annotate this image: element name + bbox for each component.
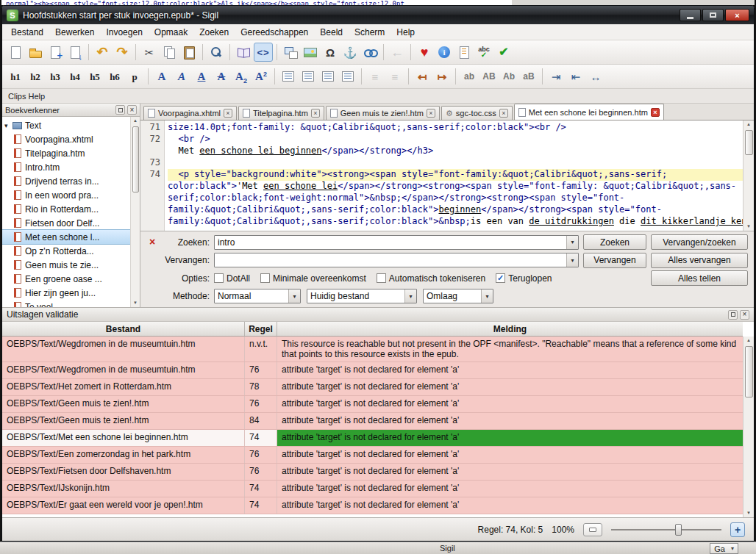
- replace-find-button[interactable]: Vervangen/zoeken: [651, 234, 748, 250]
- tab-titelpagina-htm[interactable]: Titelpagina.htm×: [238, 106, 324, 120]
- tree-item-rio-in-rotterdam[interactable]: Rio in Rotterdam...: [2, 202, 140, 216]
- menu-gereedschappen[interactable]: Gereedschappen: [235, 25, 314, 40]
- strikethrough-button[interactable]: A: [212, 67, 231, 86]
- close-panel-button[interactable]: ×: [127, 105, 137, 115]
- menu-scherm[interactable]: Scherm: [349, 25, 391, 40]
- option-minimale-overeenkomst[interactable]: Minimale overeenkomst: [260, 273, 366, 284]
- checkbox[interactable]: ✓: [496, 273, 505, 283]
- sidebar-scrollbar[interactable]: ▲ ▼: [130, 117, 140, 307]
- heading-1-button[interactable]: h1: [6, 67, 25, 86]
- close-tab-icon[interactable]: ×: [311, 109, 320, 118]
- copy-button[interactable]: [160, 43, 179, 62]
- heading-4-button[interactable]: h4: [65, 67, 85, 86]
- reports-button[interactable]: [454, 43, 474, 62]
- close-tab-icon[interactable]: ×: [499, 109, 508, 118]
- validation-row[interactable]: OEBPS/Text/Wegdromen in de museumtuin.ht…: [2, 362, 743, 379]
- superscript-button[interactable]: A2: [252, 67, 271, 86]
- tree-folder-text[interactable]: ▾Text: [2, 118, 140, 132]
- scroll-down-icon[interactable]: ▼: [746, 223, 751, 231]
- chevron-down-icon[interactable]: ▾: [566, 236, 578, 249]
- checkbox[interactable]: [214, 273, 224, 283]
- mode-select-huidig-bestand[interactable]: Huidig bestand▾: [307, 289, 417, 303]
- close-tab-icon[interactable]: ×: [651, 108, 660, 117]
- checkbox[interactable]: [377, 273, 386, 283]
- replace-all-button[interactable]: Alles vervangen: [651, 253, 748, 268]
- underline-button[interactable]: A: [192, 67, 211, 86]
- heading-3-button[interactable]: h3: [46, 67, 65, 86]
- scroll-up-icon[interactable]: ▲: [746, 120, 751, 129]
- save-button[interactable]: ↓: [65, 43, 85, 62]
- maximize-button[interactable]: [702, 9, 724, 21]
- wellformed-check-button[interactable]: ✔: [494, 43, 513, 62]
- chevron-down-icon[interactable]: ▾: [566, 253, 578, 267]
- tree-item-hier-zijn-geen-ju[interactable]: Hier zijn geen ju...: [2, 286, 140, 300]
- special-character-button[interactable]: Ω: [321, 43, 340, 62]
- scrollbar-thumb[interactable]: [745, 130, 753, 155]
- tab-met-een-schone-lei-beginnen-htm[interactable]: Met een schone lei beginnen.htm×: [514, 104, 664, 120]
- paste-button[interactable]: [179, 43, 199, 62]
- title-bar[interactable]: S Hoofdstukken start per stuk invoegen.e…: [2, 6, 754, 24]
- align-justify-button[interactable]: [338, 67, 357, 86]
- validation-row[interactable]: OEBPS/Text/Geen muis te zien!.htm84attri…: [2, 413, 743, 430]
- tab-geen-muis-te-zien-htm[interactable]: Geen muis te zien!.htm×: [326, 106, 440, 120]
- count-all-button[interactable]: Alles tellen: [651, 270, 748, 286]
- tree-item-met-een-schone-l[interactable]: Met een schone l...: [2, 230, 140, 244]
- titlecase-button[interactable]: Ab: [499, 67, 518, 86]
- italic-button[interactable]: A: [172, 67, 191, 86]
- redo-button[interactable]: ↷: [113, 43, 132, 62]
- validation-row[interactable]: OEBPS/Text/Geen muis te zien!.htm76attri…: [2, 396, 743, 413]
- find-button[interactable]: [207, 43, 226, 62]
- align-center-button[interactable]: [299, 67, 318, 86]
- mode-select-omlaag[interactable]: Omlaag▾: [423, 289, 493, 303]
- chevron-down-icon[interactable]: ▾: [481, 289, 493, 303]
- align-right-button[interactable]: [318, 67, 338, 86]
- expander-icon[interactable]: ▾: [4, 122, 13, 129]
- tree-item-een-groene-oase[interactable]: Een groene oase ...: [2, 272, 140, 286]
- zoom-slider[interactable]: [611, 523, 721, 536]
- column-header-melding[interactable]: Melding: [277, 322, 743, 336]
- scrollbar-thumb[interactable]: [132, 126, 139, 193]
- align-left-button[interactable]: [279, 67, 298, 86]
- scroll-down-icon[interactable]: ▼: [746, 509, 751, 517]
- zoom-out-button[interactable]: [583, 523, 602, 536]
- paragraph-button[interactable]: p: [125, 67, 144, 86]
- validation-row[interactable]: OEBPS/Text/IJskonijn.htm74attribute 'tar…: [2, 481, 743, 497]
- new-file-button[interactable]: [6, 43, 25, 62]
- subscript-button[interactable]: A2: [232, 67, 251, 86]
- tree-item-te-veel[interactable]: Te veel ...: [2, 300, 140, 307]
- validation-scrollbar[interactable]: ▲ ▼: [743, 337, 754, 517]
- scroll-up-icon[interactable]: ▲: [133, 117, 138, 125]
- decrease-indent-button[interactable]: ↤: [413, 67, 432, 86]
- tree-item-titelpagina-htm[interactable]: Titelpagina.htm: [2, 146, 140, 160]
- tree-item-drijvend-terras-in[interactable]: Drijvend terras in...: [2, 174, 140, 188]
- close-panel-button[interactable]: ×: [740, 310, 749, 320]
- menu-bestand[interactable]: Bestand: [5, 25, 49, 40]
- spellcheck-button[interactable]: abc✓: [474, 43, 493, 62]
- tab-sgc-toc-css[interactable]: ⚙sgc-toc.css×: [441, 106, 513, 120]
- validation-row[interactable]: OEBPS/Text/Fietsen door Delfshaven.htm76…: [2, 464, 743, 481]
- heading-2-button[interactable]: h2: [26, 67, 45, 86]
- book-view-button[interactable]: [234, 43, 253, 62]
- validation-row[interactable]: OEBPS/Text/Een zomerzondag in het park.h…: [2, 447, 743, 464]
- float-panel-button[interactable]: [728, 310, 738, 320]
- minimize-button[interactable]: [680, 9, 701, 21]
- code-editor[interactable]: 71727374 size:14.0pt;font-family: &quot;…: [140, 120, 754, 231]
- menu-help[interactable]: Help: [391, 25, 421, 40]
- tree-item-fietsen-door-delf[interactable]: Fietsen door Delf...: [2, 216, 140, 230]
- menu-bewerken[interactable]: Bewerken: [49, 25, 100, 40]
- split-view-button[interactable]: [281, 43, 300, 62]
- column-header-regel[interactable]: Regel: [245, 322, 277, 336]
- close-tab-icon[interactable]: ×: [224, 109, 232, 118]
- tree-item-geen-muis-te-zie[interactable]: Geen muis te zie...: [2, 258, 140, 272]
- zoom-in-button[interactable]: +: [730, 522, 745, 537]
- increase-indent-button[interactable]: ↦: [432, 67, 452, 86]
- replace-input[interactable]: ▾: [214, 253, 579, 267]
- code-view-button[interactable]: <>: [254, 43, 273, 62]
- editor-scrollbar[interactable]: ▲ ▼: [743, 120, 754, 231]
- background-go-control[interactable]: Ga ▾: [710, 543, 738, 554]
- open-file-button[interactable]: [26, 43, 45, 62]
- checkbox[interactable]: [260, 273, 270, 283]
- find-next-button[interactable]: Zoeken: [583, 234, 646, 250]
- heading-5-button[interactable]: h5: [85, 67, 104, 86]
- scroll-down-icon[interactable]: ▼: [133, 299, 138, 307]
